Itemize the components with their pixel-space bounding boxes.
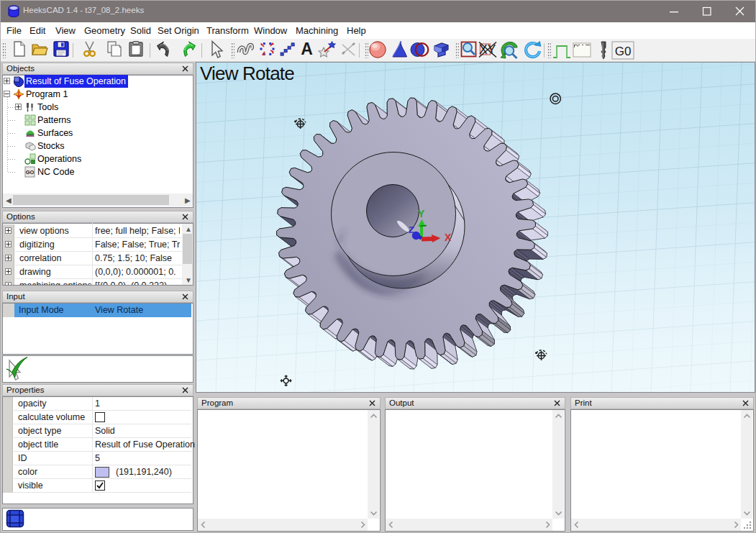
svg-text:X: X	[445, 232, 452, 243]
svg-text:A: A	[301, 40, 313, 58]
svg-text:Y: Y	[418, 208, 425, 219]
svg-text:G0: G0	[615, 45, 632, 58]
svg-text:GO: GO	[26, 169, 35, 176]
svg-text:View Rotate: View Rotate	[200, 63, 294, 84]
